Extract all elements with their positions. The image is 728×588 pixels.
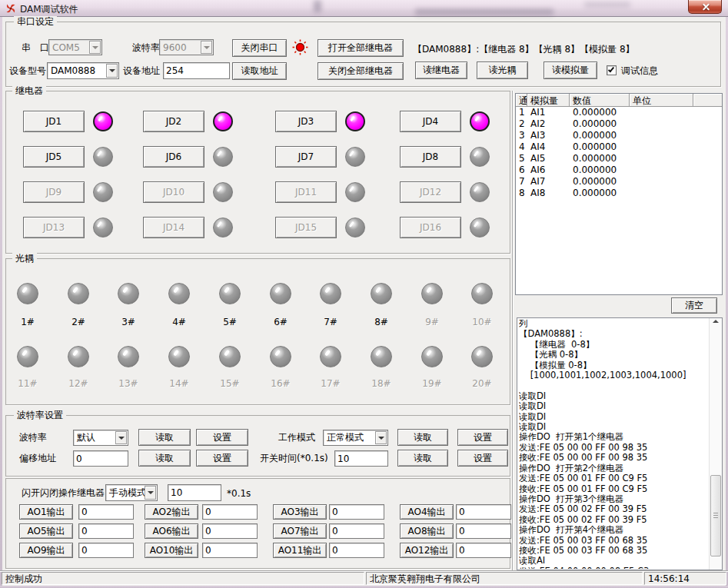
- ao-value-field-9[interactable]: [78, 543, 134, 558]
- flash-time-field[interactable]: [168, 484, 221, 501]
- work-mode-read-button[interactable]: 读取: [397, 429, 448, 446]
- analog-col-header[interactable]: 模拟量: [527, 94, 570, 107]
- ao-button-2[interactable]: AO2输出: [145, 504, 198, 520]
- light-gloss: [224, 350, 230, 357]
- table-row[interactable]: 5AI50.000000: [516, 153, 722, 164]
- ao-value-field-11[interactable]: [329, 543, 384, 558]
- offset-address-field[interactable]: [73, 450, 128, 467]
- opto-light-11: [17, 346, 38, 367]
- chevron-down-icon[interactable]: [201, 41, 212, 54]
- baud-set-button[interactable]: 设置: [196, 429, 248, 446]
- offset-read-button[interactable]: 读取: [138, 450, 191, 467]
- table-cell: AI8: [527, 188, 570, 199]
- ao-value-field-1[interactable]: [78, 504, 134, 520]
- ao-value-field-2[interactable]: [202, 504, 258, 520]
- ao-value-field-3[interactable]: [329, 504, 384, 520]
- analog-col-header[interactable]: 数值: [570, 94, 630, 107]
- table-row[interactable]: 4AI40.000000: [516, 141, 722, 153]
- relay-button-jd12[interactable]: JD12: [400, 181, 461, 203]
- relay-button-jd7[interactable]: JD7: [275, 146, 337, 168]
- ao-value-field-10[interactable]: [202, 543, 258, 558]
- analog-col-header[interactable]: 单位: [630, 94, 693, 107]
- relay-button-jd5[interactable]: JD5: [23, 146, 85, 168]
- close-port-button[interactable]: 关闭串口: [232, 39, 287, 57]
- ao-button-5[interactable]: AO5输出: [19, 523, 73, 539]
- relay-button-jd4[interactable]: JD4: [400, 111, 461, 132]
- work-mode-combo[interactable]: 正常模式: [323, 430, 388, 446]
- opto-group-title: 光耦: [12, 253, 37, 264]
- ao-button-3[interactable]: AO3输出: [273, 504, 327, 520]
- ao-value-field-6[interactable]: [202, 523, 258, 539]
- switch-time-set-button[interactable]: 设置: [457, 450, 508, 467]
- relay-button-jd16[interactable]: JD16: [400, 217, 461, 238]
- baudrate-combo[interactable]: 9600: [159, 39, 214, 55]
- ao-button-7[interactable]: AO7输出: [273, 523, 327, 539]
- chevron-down-icon[interactable]: [89, 41, 101, 54]
- ao-value-field-4[interactable]: [456, 504, 511, 520]
- ao-button-4[interactable]: AO4输出: [400, 504, 454, 520]
- ao-button-6[interactable]: AO6输出: [145, 523, 198, 539]
- debug-info-checkbox[interactable]: [607, 65, 617, 75]
- ao-value-field-12[interactable]: [456, 543, 511, 558]
- offset-set-button[interactable]: 设置: [196, 450, 248, 467]
- relay-button-jd3[interactable]: JD3: [275, 111, 337, 132]
- baud-read-button[interactable]: 读取: [138, 429, 191, 446]
- device-address-field[interactable]: [163, 62, 230, 79]
- flash-mode-combo[interactable]: 手动模式: [105, 484, 158, 501]
- analog-col-header[interactable]: 通: [516, 94, 527, 107]
- relay-button-jd14[interactable]: JD14: [143, 217, 204, 238]
- chevron-down-icon[interactable]: [115, 431, 127, 444]
- table-row[interactable]: 2AI20.000000: [516, 118, 722, 130]
- close-all-relays-button[interactable]: 关闭全部继电器: [317, 62, 404, 80]
- close-button[interactable]: [688, 0, 722, 14]
- status-company: 北京聚英翱翔电子有限公司: [366, 572, 643, 585]
- table-row[interactable]: 6AI60.000000: [516, 164, 722, 176]
- table-row[interactable]: 7AI70.000000: [516, 176, 722, 188]
- ao-value-field-7[interactable]: [329, 523, 384, 539]
- scrollbar-thumb[interactable]: [710, 475, 721, 556]
- read-address-button[interactable]: 读取地址: [232, 62, 287, 80]
- relay-button-jd10[interactable]: JD10: [143, 181, 204, 203]
- table-row[interactable]: 1AI10.000000: [516, 107, 722, 118]
- ao-button-12[interactable]: AO12输出: [400, 543, 454, 558]
- analog-col-header[interactable]: [693, 94, 722, 107]
- log-scrollbar[interactable]: [709, 318, 722, 570]
- ao-value-field-5[interactable]: [78, 523, 134, 539]
- relay-button-jd2[interactable]: JD2: [143, 111, 204, 132]
- clear-log-button[interactable]: 清空: [671, 297, 717, 314]
- table-cell: 6: [516, 164, 527, 176]
- read-opto-button[interactable]: 读光耦: [477, 61, 528, 79]
- switch-time-field[interactable]: [334, 450, 388, 467]
- table-row[interactable]: 8AI80.000000: [516, 188, 722, 199]
- read-relay-button[interactable]: 读继电器: [415, 61, 467, 79]
- opto-light-16: [270, 346, 291, 367]
- device-model-combo[interactable]: DAM0888: [47, 62, 119, 79]
- read-analog-button[interactable]: 读模拟量: [544, 61, 597, 79]
- titlebar-glass-blob: [314, 0, 321, 12]
- ao-value-field-8[interactable]: [456, 523, 511, 539]
- open-all-relays-button[interactable]: 打开全部继电器: [317, 39, 404, 57]
- table-row[interactable]: 3AI30.000000: [516, 130, 722, 141]
- switch-time-read-button[interactable]: 读取: [397, 450, 448, 467]
- device-model-label: 设备型号: [9, 65, 46, 76]
- relay-button-jd13[interactable]: JD13: [23, 217, 85, 238]
- relay-button-jd6[interactable]: JD6: [143, 146, 204, 168]
- ao-button-1[interactable]: AO1输出: [19, 504, 73, 520]
- relay-button-jd15[interactable]: JD15: [275, 217, 337, 238]
- ao-button-9[interactable]: AO9输出: [19, 543, 73, 558]
- work-mode-set-button[interactable]: 设置: [457, 429, 508, 446]
- chevron-down-icon[interactable]: [375, 431, 387, 444]
- chevron-down-icon[interactable]: [106, 64, 118, 78]
- chevron-down-icon[interactable]: [145, 486, 156, 500]
- ao-button-10[interactable]: AO10输出: [145, 543, 198, 558]
- ao-button-11[interactable]: AO11输出: [273, 543, 327, 558]
- serial-port-combo[interactable]: COM5: [48, 39, 102, 55]
- scroll-up-icon[interactable]: [713, 320, 719, 323]
- relay-button-jd8[interactable]: JD8: [400, 146, 461, 168]
- ao-button-8[interactable]: AO8输出: [400, 523, 454, 539]
- baud-default-combo[interactable]: 默认: [73, 430, 128, 446]
- relay-button-jd1[interactable]: JD1: [23, 111, 85, 132]
- relay-button-jd11[interactable]: JD11: [275, 181, 337, 203]
- log-panel[interactable]: 列 【DAM0888】: 【继电器 0-8】 【光耦 0-8】 【模拟量 0-8…: [517, 317, 723, 570]
- relay-button-jd9[interactable]: JD9: [23, 181, 85, 203]
